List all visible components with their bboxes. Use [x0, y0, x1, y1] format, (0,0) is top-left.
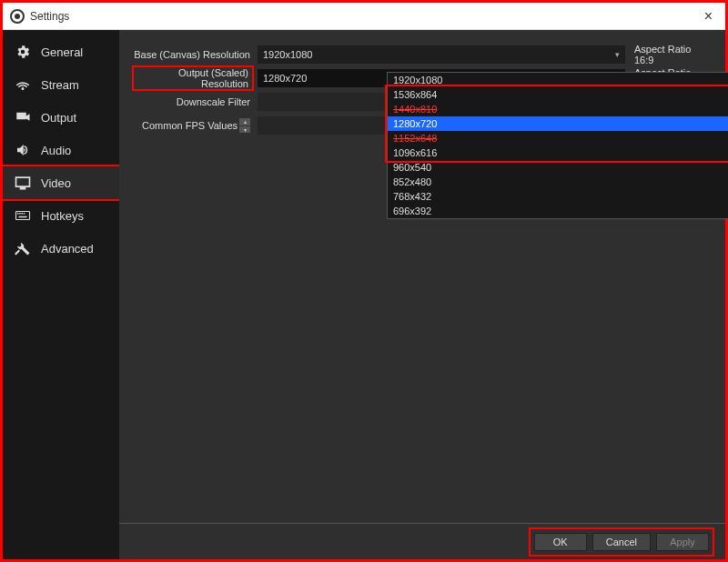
close-icon[interactable]: × [699, 8, 718, 25]
svg-rect-5 [19, 216, 27, 218]
footer: OK Cancel Apply [119, 523, 725, 559]
svg-rect-3 [22, 213, 24, 215]
apply-button[interactable]: Apply [656, 533, 709, 551]
dropdown-option[interactable]: 1280x720 [388, 116, 728, 131]
dropdown-option[interactable]: 1440x810 [388, 102, 728, 116]
sidebar-item-label: Advanced [41, 242, 94, 256]
output-resolution-value: 1280x720 [263, 69, 307, 87]
audio-icon [14, 141, 32, 159]
window-title: Settings [30, 10, 69, 23]
output-icon [14, 108, 32, 126]
sidebar-item-label: Hotkeys [41, 209, 84, 223]
titlebar: Settings × [3, 3, 725, 30]
downscale-filter-label: Downscale Filter [132, 96, 254, 107]
advanced-icon [14, 239, 32, 257]
sidebar-item-audio[interactable]: Audio [3, 134, 119, 166]
dropdown-option[interactable]: 1920x1080 [388, 73, 728, 87]
base-resolution-value: 1920x1080 [263, 45, 312, 64]
aspect-ratio-1: Aspect Ratio 16:9 [629, 44, 713, 65]
stream-icon [14, 75, 32, 94]
sidebar-item-stream[interactable]: Stream [3, 68, 119, 101]
chevron-down-icon: ▾ [615, 45, 620, 64]
sidebar-item-label: Output [41, 111, 76, 125]
content-panel: Base (Canvas) Resolution 1920x1080 ▾ Asp… [119, 30, 725, 559]
dropdown-option[interactable]: 1096x616 [388, 146, 728, 160]
fps-mode-spinner[interactable]: ▴▾ [239, 118, 250, 133]
cancel-button[interactable]: Cancel [592, 533, 651, 551]
sidebar-item-label: General [41, 45, 83, 59]
app-icon [10, 9, 25, 24]
sidebar-item-output[interactable]: Output [3, 101, 119, 134]
svg-rect-4 [24, 213, 25, 215]
fps-label: Common FPS Values [142, 120, 238, 131]
dropdown-option[interactable]: 696x392 [388, 204, 728, 218]
svg-rect-2 [19, 213, 21, 215]
dropdown-option[interactable]: 852x480 [388, 175, 728, 189]
dropdown-option[interactable]: 1536x864 [388, 87, 728, 102]
video-icon [14, 174, 32, 192]
sidebar-item-label: Video [41, 176, 71, 190]
base-resolution-field[interactable]: 1920x1080 ▾ [258, 45, 625, 64]
resolution-dropdown[interactable]: 1920x10801536x8641440x8101280x7201152x64… [387, 72, 728, 219]
base-resolution-label: Base (Canvas) Resolution [132, 49, 254, 60]
output-resolution-label: Output (Scaled) Resolution [132, 65, 254, 91]
sidebar-item-label: Audio [41, 144, 71, 157]
sidebar-item-video[interactable]: Video [3, 166, 119, 199]
svg-rect-0 [16, 212, 30, 220]
hotkeys-icon [14, 206, 32, 225]
dropdown-option[interactable]: 768x432 [388, 189, 728, 204]
ok-button[interactable]: OK [534, 533, 587, 551]
dropdown-option[interactable]: 1152x648 [388, 131, 728, 146]
dropdown-option[interactable]: 960x540 [388, 160, 728, 175]
sidebar-item-advanced[interactable]: Advanced [3, 232, 119, 265]
svg-rect-1 [17, 213, 19, 215]
sidebar-item-hotkeys[interactable]: Hotkeys [3, 199, 119, 232]
sidebar-item-general[interactable]: General [3, 35, 119, 68]
sidebar: General Stream Output Audio Video [3, 30, 119, 559]
gear-icon [14, 43, 32, 61]
sidebar-item-label: Stream [41, 78, 79, 92]
